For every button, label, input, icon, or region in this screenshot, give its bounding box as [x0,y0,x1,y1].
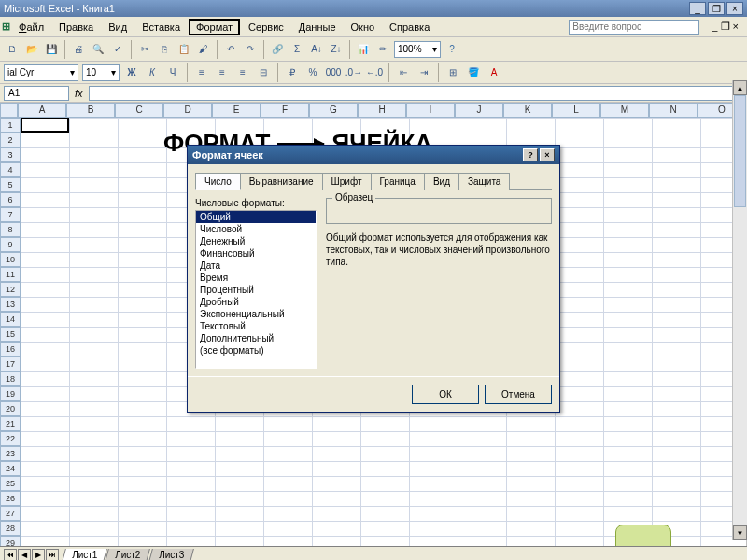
sort-asc-icon[interactable]: A↓ [308,41,325,58]
spell-icon[interactable]: ✓ [109,41,126,58]
dialog-tab[interactable]: Граница [371,173,425,190]
drawing-icon[interactable]: ✏ [374,41,391,58]
cancel-button[interactable]: Отмена [485,385,552,404]
column-header[interactable]: B [66,103,115,118]
row-header[interactable]: 19 [0,386,21,401]
help-question-input[interactable] [569,20,699,35]
fx-icon[interactable]: fx [75,88,83,99]
row-header[interactable]: 7 [0,207,21,222]
format-list-item[interactable]: Финансовый [196,247,316,259]
row-header[interactable]: 11 [0,267,21,282]
bold-icon[interactable]: Ж [123,64,140,81]
menu-edit[interactable]: Правка [52,20,100,35]
format-list-item[interactable]: Экспоненциальный [196,308,316,320]
row-header[interactable]: 2 [0,133,21,147]
row-header[interactable]: 27 [0,506,21,521]
row-header[interactable]: 21 [0,416,21,431]
column-header[interactable]: H [358,103,406,118]
row-header[interactable]: 28 [0,521,21,536]
fill-color-icon[interactable]: 🪣 [465,64,482,81]
close-button[interactable]: × [726,2,743,15]
font-name-combo[interactable]: ial Cyr▾ [4,64,78,81]
dialog-titlebar[interactable]: Формат ячеек ? × [188,146,559,164]
menu-data[interactable]: Данные [292,20,343,35]
scroll-thumb[interactable] [734,95,746,207]
row-header[interactable]: 8 [0,222,21,237]
scroll-down-icon[interactable]: ▼ [733,525,747,540]
open-icon[interactable]: 📂 [23,41,40,58]
tab-last-icon[interactable]: ⏭ [46,549,59,561]
format-list-item[interactable]: (все форматы) [196,344,316,357]
format-list-item[interactable]: Денежный [196,235,316,247]
row-header[interactable]: 14 [0,312,21,327]
row-header[interactable]: 23 [0,446,21,461]
name-box[interactable]: A1 [4,86,69,101]
row-header[interactable]: 4 [0,162,21,177]
row-header[interactable]: 5 [0,177,21,192]
menu-help[interactable]: Справка [383,20,436,35]
align-center-icon[interactable]: ≡ [214,64,231,81]
help-icon[interactable]: ? [444,41,460,58]
preview-icon[interactable]: 🔍 [90,41,106,58]
format-list-item[interactable]: Дополнительный [196,332,316,344]
column-header[interactable]: J [455,103,503,118]
row-header[interactable]: 15 [0,327,21,342]
column-header[interactable]: I [406,103,455,118]
doc-close-button[interactable]: _ ❐ × [705,19,745,35]
format-painter-icon[interactable]: 🖌 [195,41,212,58]
chart-icon[interactable]: 📊 [355,41,372,58]
menu-window[interactable]: Окно [345,20,382,35]
minimize-button[interactable]: _ [689,2,706,15]
borders-icon[interactable]: ⊞ [444,64,461,81]
format-listbox[interactable]: ОбщийЧисловойДенежныйФинансовыйДатаВремя… [195,210,317,369]
tab-first-icon[interactable]: ⏮ [4,549,17,561]
sort-desc-icon[interactable]: Z↓ [328,41,345,58]
column-header[interactable]: L [552,103,600,118]
increase-decimal-icon[interactable]: .0→ [345,64,362,81]
column-header[interactable]: F [261,103,309,118]
scroll-up-icon[interactable]: ▲ [733,80,747,95]
row-header[interactable]: 1 [0,118,21,133]
row-header[interactable]: 20 [0,401,21,416]
hyperlink-icon[interactable]: 🔗 [269,41,286,58]
column-header[interactable]: C [115,103,163,118]
menu-tools[interactable]: Сервис [242,20,290,35]
new-icon[interactable]: 🗋 [4,41,21,58]
format-list-item[interactable]: Дата [196,259,316,272]
font-size-combo[interactable]: 10▾ [82,64,120,81]
dialog-help-button[interactable]: ? [523,148,538,161]
menu-view[interactable]: Вид [102,20,134,35]
comma-icon[interactable]: 000 [325,64,342,81]
format-list-item[interactable]: Числовой [196,223,316,235]
menu-file[interactable]: ФФайлайл [12,20,50,35]
autosum-icon[interactable]: Σ [289,41,305,58]
copy-icon[interactable]: ⎘ [156,41,173,58]
format-list-item[interactable]: Дробный [196,296,316,308]
tab-next-icon[interactable]: ▶ [32,549,45,561]
redo-icon[interactable]: ↷ [242,41,259,58]
selected-cell[interactable] [21,118,69,133]
vertical-scrollbar[interactable]: ▲ ▼ [732,80,747,540]
menu-format[interactable]: Формат [189,19,240,35]
column-header[interactable]: E [212,103,261,118]
row-header[interactable]: 3 [0,147,21,162]
currency-icon[interactable]: ₽ [284,64,301,81]
decrease-decimal-icon[interactable]: ←.0 [366,64,383,81]
undo-icon[interactable]: ↶ [222,41,239,58]
format-list-item[interactable]: Время [196,272,316,284]
restore-button[interactable]: ❐ [708,2,725,15]
tab-prev-icon[interactable]: ◀ [18,549,31,561]
percent-icon[interactable]: % [304,64,321,81]
dialog-tab[interactable]: Защита [458,173,510,190]
row-header[interactable]: 17 [0,357,21,371]
row-header[interactable]: 10 [0,252,21,267]
increase-indent-icon[interactable]: ⇥ [416,64,432,81]
column-header[interactable]: M [600,103,649,118]
column-header[interactable]: K [503,103,552,118]
italic-icon[interactable]: К [144,64,161,81]
row-header[interactable]: 18 [0,371,21,386]
worksheet-tab[interactable]: Лист2 [105,549,150,561]
dialog-tab[interactable]: Вид [424,173,459,190]
save-icon[interactable]: 💾 [43,41,60,58]
dialog-tab[interactable]: Выравнивание [240,173,323,190]
